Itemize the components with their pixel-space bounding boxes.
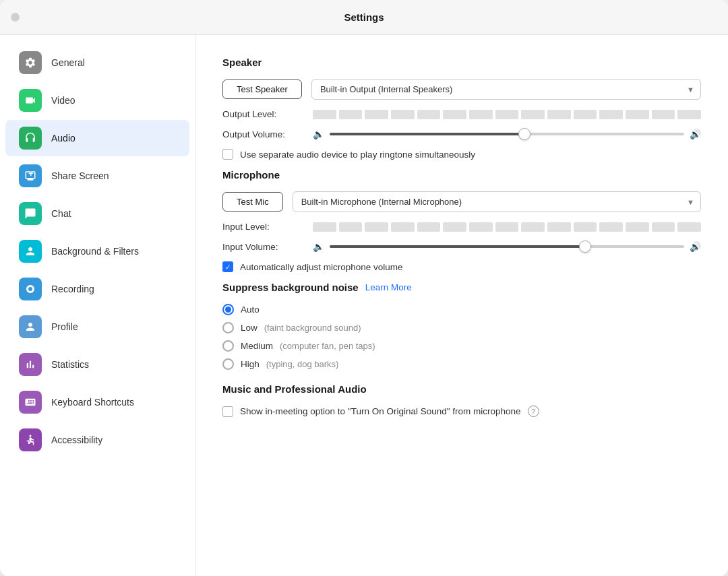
input-level-label: Input Level: — [222, 222, 303, 232]
level-segment — [469, 222, 493, 232]
accessibility-icon — [19, 428, 42, 451]
noise-medium-label: Medium — [241, 341, 273, 351]
mic-high-icon: 🔊 — [690, 241, 701, 252]
input-level-row: Input Level: — [222, 222, 701, 232]
speaker-device-row: Test Speaker Built-in Output (Internal S… — [222, 79, 701, 100]
original-sound-label: Show in-meeting option to "Turn On Origi… — [240, 406, 521, 416]
input-volume-fill — [330, 245, 585, 248]
ringtone-checkbox[interactable] — [222, 149, 233, 160]
level-segment — [599, 110, 623, 119]
sidebar-item-keyboard[interactable]: Keyboard Shortcuts — [5, 384, 189, 420]
sidebar-label-recording: Recording — [51, 284, 94, 294]
input-volume-row: Input Volume: 🔈 🔊 — [222, 241, 701, 252]
radio-auto[interactable] — [222, 304, 234, 315]
titlebar: Settings — [0, 0, 728, 35]
sidebar-item-video[interactable]: Video — [5, 82, 189, 119]
level-segment — [495, 222, 519, 232]
close-button[interactable] — [11, 13, 20, 22]
level-segment — [574, 222, 597, 232]
chat-icon — [19, 202, 42, 225]
sidebar-item-background[interactable]: Background & Filters — [5, 233, 189, 269]
input-volume-thumb[interactable] — [579, 241, 591, 253]
settings-window: Settings General Video Audio — [0, 0, 728, 576]
output-volume-track[interactable] — [330, 133, 684, 135]
speaker-select-wrapper: Built-in Output (Internal Speakers) ▼ — [311, 79, 701, 100]
radio-high[interactable] — [222, 358, 234, 370]
level-segment — [443, 222, 466, 232]
input-level-bars — [313, 222, 701, 232]
sidebar-label-general: General — [51, 57, 85, 68]
level-segment — [495, 110, 519, 119]
sidebar-label-keyboard: Keyboard Shortcuts — [51, 397, 134, 408]
radio-low[interactable] — [222, 322, 234, 333]
svg-point-2 — [30, 435, 32, 437]
level-segment — [365, 110, 388, 119]
suppress-title: Suppress background noise — [222, 282, 359, 293]
sidebar-item-chat[interactable]: Chat — [5, 195, 189, 232]
noise-radio-group: Auto Low (faint background sound) Medium… — [222, 304, 701, 370]
profile-icon — [19, 315, 42, 338]
noise-high-label: High — [241, 359, 260, 369]
sidebar-label-chat: Chat — [51, 208, 71, 219]
level-segment — [574, 110, 597, 119]
output-volume-label: Output Volume: — [222, 129, 303, 139]
sidebar-label-background: Background & Filters — [51, 246, 139, 257]
output-volume-slider: 🔈 🔊 — [313, 129, 701, 139]
sidebar-item-accessibility[interactable]: Accessibility — [5, 422, 189, 458]
output-level-bars — [313, 110, 701, 119]
noise-low-label: Low — [241, 323, 257, 333]
radio-inner-auto — [225, 307, 231, 313]
noise-option-low[interactable]: Low (faint background sound) — [222, 322, 701, 333]
output-volume-thumb[interactable] — [518, 128, 530, 140]
level-segment — [391, 222, 415, 232]
sidebar-label-share-screen: Share Screen — [51, 170, 109, 181]
level-segment — [443, 110, 466, 119]
mic-low-icon: 🔈 — [313, 241, 324, 252]
auto-adjust-checkbox[interactable]: ✓ — [222, 261, 233, 272]
share-screen-icon — [19, 164, 42, 187]
level-segment — [626, 222, 649, 232]
sidebar-item-statistics[interactable]: Statistics — [5, 346, 189, 383]
test-speaker-button[interactable]: Test Speaker — [222, 79, 302, 99]
mic-select-wrapper: Built-in Microphone (Internal Microphone… — [293, 191, 701, 212]
input-volume-track[interactable] — [330, 245, 684, 248]
mic-select[interactable]: Built-in Microphone (Internal Microphone… — [293, 191, 701, 212]
general-icon — [19, 51, 42, 74]
noise-option-auto[interactable]: Auto — [222, 304, 701, 315]
noise-auto-label: Auto — [241, 305, 260, 315]
noise-high-hint: (typing, dog barks) — [266, 359, 339, 369]
level-segment — [417, 222, 441, 232]
level-segment — [677, 222, 701, 232]
level-segment — [521, 222, 545, 232]
sidebar: General Video Audio Share Screen — [0, 35, 195, 576]
level-segment — [313, 110, 336, 119]
window-controls — [11, 13, 20, 22]
level-segment — [417, 110, 441, 119]
original-sound-checkbox[interactable] — [222, 406, 233, 417]
level-segment — [677, 110, 701, 119]
level-segment — [339, 110, 363, 119]
ringtone-checkbox-row: Use separate audio device to play ringto… — [222, 149, 701, 160]
sidebar-item-share-screen[interactable]: Share Screen — [5, 158, 189, 194]
test-mic-button[interactable]: Test Mic — [222, 192, 283, 212]
help-icon[interactable]: ? — [528, 406, 539, 417]
noise-option-medium[interactable]: Medium (computer fan, pen taps) — [222, 340, 701, 352]
radio-medium[interactable] — [222, 340, 234, 352]
sidebar-item-general[interactable]: General — [5, 44, 189, 81]
music-section-title: Music and Professional Audio — [222, 383, 701, 395]
noise-medium-hint: (computer fan, pen taps) — [280, 341, 375, 351]
sidebar-item-profile[interactable]: Profile — [5, 309, 189, 345]
window-title: Settings — [344, 11, 384, 23]
suppress-section-header: Suppress background noise Learn More — [222, 282, 701, 293]
output-level-label: Output Level: — [222, 109, 303, 119]
speaker-select[interactable]: Built-in Output (Internal Speakers) — [311, 79, 701, 100]
level-segment — [521, 110, 545, 119]
level-segment — [652, 222, 675, 232]
statistics-icon — [19, 353, 42, 376]
sidebar-item-recording[interactable]: Recording — [5, 271, 189, 307]
noise-option-high[interactable]: High (typing, dog barks) — [222, 358, 701, 370]
learn-more-link[interactable]: Learn More — [365, 282, 412, 292]
input-volume-label: Input Volume: — [222, 242, 303, 252]
sidebar-label-statistics: Statistics — [51, 359, 89, 370]
sidebar-item-audio[interactable]: Audio — [5, 120, 189, 156]
